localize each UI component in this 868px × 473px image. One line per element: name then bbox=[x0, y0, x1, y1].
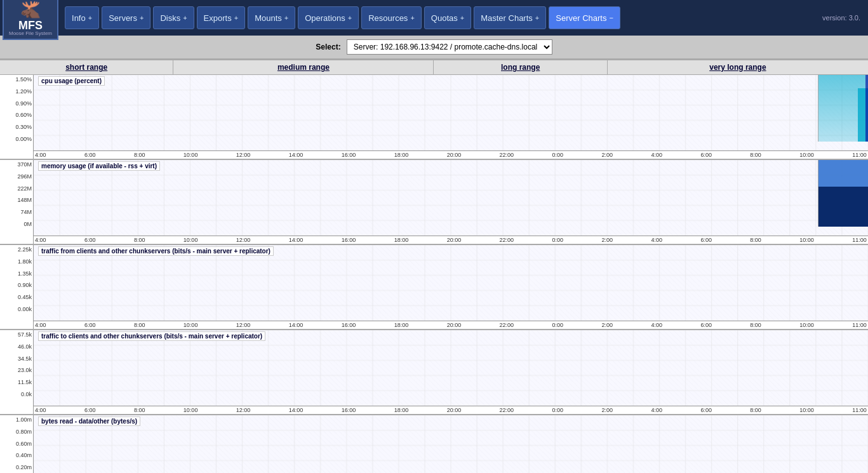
chart-memory-usage: memory usage (if available - rss + virt)… bbox=[0, 160, 868, 245]
nav-btn-disks[interactable]: Disks + bbox=[153, 6, 194, 29]
range-header: short rangemedium rangelong rangevery lo… bbox=[0, 59, 868, 75]
y-axis-memory-usage: 370M296M222M148M74M0M bbox=[0, 160, 33, 236]
nav-btn-master-charts[interactable]: Master Charts + bbox=[474, 6, 546, 29]
chart-traffic-from: traffic from clients and other chunkserv… bbox=[0, 245, 868, 330]
nav-plus-mounts: + bbox=[284, 14, 288, 22]
x-axis-traffic-to: 4:006:008:0010:0012:0014:0016:0018:0020:… bbox=[0, 406, 868, 414]
range-short-range: short range bbox=[0, 60, 173, 74]
canvas-traffic-to bbox=[34, 330, 868, 406]
version-label: version: 3.0. bbox=[822, 14, 865, 22]
nav-plus-info: + bbox=[88, 14, 92, 22]
logo-box: 🫎 MFS Moose File System bbox=[3, 0, 58, 40]
chart-bytes-read: bytes read - data/other (bytes/s)1.00m0.… bbox=[0, 415, 868, 473]
range-very-long range: very long range bbox=[608, 60, 868, 74]
range-medium-range: medium range bbox=[173, 60, 434, 74]
chart-label-cpu-usage: cpu usage (percent) bbox=[38, 76, 105, 86]
nav-plus-operations: + bbox=[348, 14, 352, 22]
x-axis-cpu-usage: 4:006:008:0010:0012:0014:0016:0018:0020:… bbox=[0, 151, 868, 159]
nav-plus-server-charts: − bbox=[609, 14, 613, 22]
x-axis-traffic-from: 4:006:008:0010:0012:0014:0016:0018:0020:… bbox=[0, 321, 868, 329]
nav-plus-master-charts: + bbox=[535, 14, 539, 22]
nav-plus-resources: + bbox=[410, 14, 414, 22]
y-axis-cpu-usage: 1.50%1.20%0.90%0.60%0.30%0.00% bbox=[0, 75, 33, 151]
nav-btn-quotas[interactable]: Quotas + bbox=[424, 6, 471, 29]
nav-btn-operations[interactable]: Operations + bbox=[298, 6, 359, 29]
nav-btn-info[interactable]: Info + bbox=[65, 6, 99, 29]
spike-cpu-usage bbox=[818, 75, 868, 142]
y-axis-traffic-from: 2.25k1.80k1.35k0.90k0.45k0.00k bbox=[0, 245, 33, 321]
y-axis-traffic-to: 57.5k46.0k34.5k23.0k11.5k0.0k bbox=[0, 330, 33, 406]
canvas-traffic-from bbox=[34, 245, 868, 321]
nav-btn-resources[interactable]: Resources + bbox=[361, 6, 422, 29]
nav-btn-mounts[interactable]: Mounts + bbox=[248, 6, 295, 29]
nav-plus-disks: + bbox=[183, 14, 187, 22]
grid-wrap-memory-usage bbox=[33, 160, 868, 236]
chart-label-bytes-read: bytes read - data/other (bytes/s) bbox=[38, 416, 140, 426]
logo-icon: 🫎 bbox=[20, 0, 41, 20]
canvas-bytes-read bbox=[34, 415, 868, 473]
y-axis-bytes-read: 1.00m0.80m0.60m0.40m0.20m0.00m bbox=[0, 415, 33, 473]
canvas-memory-usage bbox=[34, 160, 868, 236]
x-axis-memory-usage: 4:006:008:0010:0012:0014:0016:0018:0020:… bbox=[0, 236, 868, 244]
range-long-range: long range bbox=[434, 60, 607, 74]
grid-wrap-traffic-to bbox=[33, 330, 868, 406]
nav-items: Info +Servers +Disks +Exports +Mounts +O… bbox=[63, 6, 622, 29]
select-bar: Select: Server: 192.168.96.13:9422 / pro… bbox=[0, 36, 868, 59]
navbar: 🫎 MFS Moose File System Info +Servers +D… bbox=[0, 0, 868, 36]
grid-wrap-traffic-from bbox=[33, 245, 868, 321]
nav-btn-servers[interactable]: Servers + bbox=[102, 6, 150, 29]
grid-wrap-cpu-usage bbox=[33, 75, 868, 151]
spike-memory-usage bbox=[818, 160, 868, 227]
logo-mfs: MFS bbox=[18, 20, 43, 31]
logo: 🫎 MFS Moose File System bbox=[3, 0, 58, 40]
canvas-cpu-usage bbox=[34, 75, 868, 150]
server-select[interactable]: Server: 192.168.96.13:9422 / promote.cac… bbox=[347, 39, 552, 55]
nav-btn-server-charts[interactable]: Server Charts − bbox=[549, 6, 620, 29]
chart-label-memory-usage: memory usage (if available - rss + virt) bbox=[38, 161, 160, 171]
charts-area: cpu usage (percent)1.50%1.20%0.90%0.60%0… bbox=[0, 75, 868, 473]
nav-btn-exports[interactable]: Exports + bbox=[197, 6, 246, 29]
nav-plus-exports: + bbox=[234, 14, 238, 22]
chart-traffic-to: traffic to clients and other chunkserver… bbox=[0, 330, 868, 415]
nav-plus-quotas: + bbox=[460, 14, 464, 22]
chart-cpu-usage: cpu usage (percent)1.50%1.20%0.90%0.60%0… bbox=[0, 75, 868, 160]
grid-wrap-bytes-read bbox=[33, 415, 868, 473]
chart-label-traffic-to: traffic to clients and other chunkserver… bbox=[38, 331, 265, 341]
chart-label-traffic-from: traffic from clients and other chunkserv… bbox=[38, 246, 274, 256]
select-label: Select: bbox=[316, 43, 340, 51]
nav-plus-servers: + bbox=[140, 14, 144, 22]
logo-sub: Moose File System bbox=[9, 31, 52, 36]
